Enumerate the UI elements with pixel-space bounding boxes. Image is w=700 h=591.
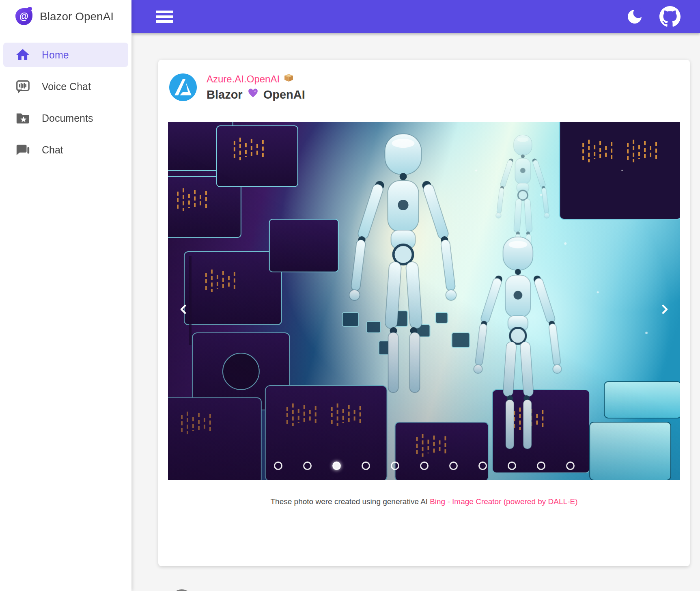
card-actions: M HTML [171, 585, 678, 591]
blazor-logo-icon: @ [15, 8, 32, 25]
package-link[interactable]: Azure.AI.OpenAI [207, 73, 305, 85]
azure-logo-avatar [169, 73, 197, 101]
chat-icon [15, 142, 31, 158]
post-card: Azure.AI.OpenAI Blazor [158, 60, 690, 566]
sidebar-item-voice-chat[interactable]: Voice Chat [3, 74, 128, 99]
carousel-dot-6[interactable] [420, 462, 429, 470]
carousel-prev-button[interactable] [174, 300, 192, 318]
card-title: Blazor OpenAI [207, 88, 305, 101]
carousel-dot-1[interactable] [274, 462, 282, 470]
purple-heart-emoji [248, 88, 258, 101]
github-icon[interactable] [171, 589, 193, 591]
carousel-dot-8[interactable] [478, 462, 487, 470]
caption-text: These photo were created using generativ… [271, 497, 428, 506]
carousel-dot-10[interactable] [537, 462, 545, 470]
sidebar-item-label: Chat [42, 144, 63, 156]
title-suffix: OpenAI [263, 88, 305, 101]
main-content: Azure.AI.OpenAI Blazor [131, 33, 700, 591]
moon-icon[interactable] [626, 8, 643, 25]
sidebar-header: @ Blazor OpenAI [0, 0, 131, 33]
title-prefix: Blazor [207, 88, 243, 101]
caption: These photo were created using generativ… [158, 497, 690, 506]
app-title: Blazor OpenAI [40, 10, 114, 23]
carousel [168, 122, 680, 480]
carousel-dot-7[interactable] [449, 462, 458, 470]
carousel-image [168, 122, 680, 480]
bing-image-creator-link[interactable]: Bing - Image Creator (powered by DALL-E) [430, 497, 577, 506]
sidebar-item-home[interactable]: Home [3, 43, 128, 67]
carousel-dot-9[interactable] [508, 462, 516, 470]
appbar [131, 0, 700, 33]
sidebar-item-chat[interactable]: Chat [3, 138, 128, 162]
home-icon [15, 47, 31, 63]
documents-icon [15, 110, 31, 126]
carousel-dot-5[interactable] [391, 462, 399, 470]
carousel-dot-4[interactable] [362, 462, 370, 470]
carousel-dot-2[interactable] [303, 462, 312, 470]
hamburger-menu-icon[interactable] [156, 11, 173, 23]
sidebar-item-label: Home [42, 49, 69, 61]
card-header: Azure.AI.OpenAI Blazor [169, 73, 305, 101]
sidebar-nav: Home Voice Chat Documents [0, 33, 131, 162]
sidebar-item-label: Voice Chat [42, 81, 91, 93]
carousel-next-button[interactable] [656, 300, 674, 318]
package-name: Azure.AI.OpenAI [207, 73, 280, 85]
sidebar: @ Blazor OpenAI Home Voice Chat [0, 0, 131, 591]
github-icon[interactable] [659, 6, 681, 27]
sidebar-item-label: Documents [42, 112, 93, 124]
carousel-dots [168, 462, 680, 470]
package-emoji [284, 73, 294, 85]
carousel-dot-3[interactable] [332, 462, 341, 470]
sidebar-item-documents[interactable]: Documents [3, 106, 128, 130]
voice-chat-icon [15, 78, 31, 95]
carousel-dot-11[interactable] [566, 462, 575, 470]
